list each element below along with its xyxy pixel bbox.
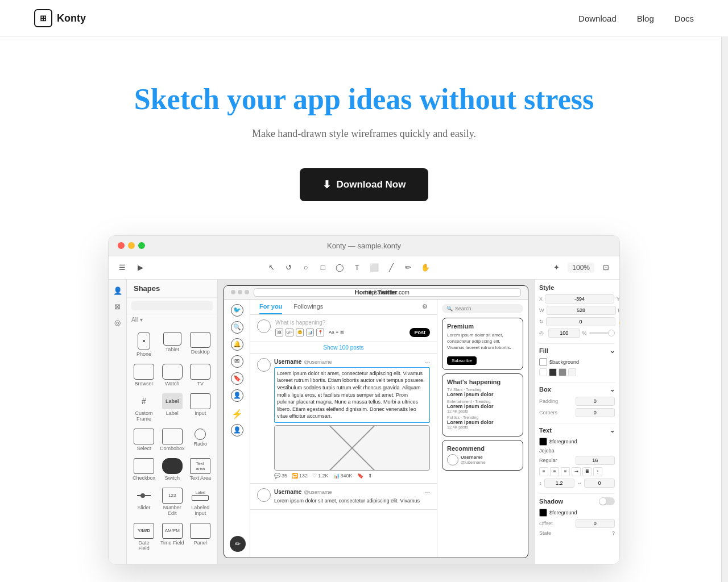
shape-panel[interactable]: Panel <box>188 521 213 554</box>
shape-textarea[interactable]: Textarea Text Area <box>188 456 213 483</box>
color-swatch-1[interactable] <box>539 368 547 376</box>
shape-desktop[interactable]: Desktop <box>188 330 213 359</box>
shape-date-field[interactable]: Y/M/D Date Field <box>131 521 156 554</box>
toolbar-play-icon[interactable]: ▶ <box>134 261 147 275</box>
shape-custom-frame[interactable]: # Custom Frame <box>131 391 156 424</box>
sidebar-plugins-icon[interactable]: ◎ <box>111 316 125 330</box>
composer-format-icon[interactable]: ≡ <box>336 330 339 335</box>
shape-label[interactable]: Label Label <box>159 391 186 424</box>
toolbar-cursor-icon[interactable]: ↖ <box>265 261 279 275</box>
align-center-icon[interactable]: ≡ <box>550 467 559 476</box>
download-now-button[interactable]: ⬇ Download Now <box>300 168 429 201</box>
toolbar-undo-icon[interactable]: ↺ <box>282 261 296 275</box>
toolbar-menu-icon[interactable]: ☰ <box>115 261 129 275</box>
sidebar-assets-icon[interactable]: ⊠ <box>111 300 125 314</box>
trending-topic-2[interactable]: Lorem ipsum dolor <box>447 404 518 409</box>
shape-combobox[interactable]: Combobox <box>159 426 186 454</box>
trending-topic-1[interactable]: Lorem ipsum dolor <box>447 392 518 397</box>
tweet1-more-icon[interactable]: ··· <box>424 358 430 366</box>
tweet1-bookmark-action[interactable]: 🔖 <box>357 473 363 479</box>
toolbar-rect-icon[interactable]: □ <box>316 261 330 275</box>
composer-align-icon[interactable]: ⊠ <box>340 330 344 335</box>
composer-emoji-icon[interactable]: 😊 <box>296 329 304 336</box>
panel-font-size-input[interactable] <box>576 456 615 465</box>
toolbar-hand-icon[interactable]: ✋ <box>419 261 432 275</box>
tweet1-retweet-action[interactable]: 🔁 132 <box>292 473 308 479</box>
toolbar-circle-icon[interactable]: ○ <box>299 261 313 275</box>
tweet1-comment-action[interactable]: 💬 35 <box>274 473 287 479</box>
toolbar-pen-icon[interactable]: ✏ <box>402 261 415 275</box>
text-color-swatch[interactable] <box>539 438 547 446</box>
toolbar-zoom[interactable]: 100% <box>568 263 594 273</box>
shape-radio[interactable]: Radio <box>188 426 213 454</box>
tweet1-views-action[interactable]: 📊 340K <box>333 473 353 479</box>
panel-box-expand-icon[interactable]: ⌄ <box>610 386 615 393</box>
panel-opacity-input[interactable] <box>548 329 580 338</box>
toolbar-line-icon[interactable]: ╱ <box>384 261 398 275</box>
shape-select[interactable]: Select <box>131 426 156 454</box>
panel-x-input[interactable] <box>545 294 614 304</box>
fill-color-swatch[interactable] <box>539 358 547 366</box>
align-left-icon[interactable]: ≡ <box>539 467 548 476</box>
twitter-tab-followings[interactable]: Followings <box>293 300 323 314</box>
shape-phone[interactable]: Phone <box>131 330 156 359</box>
toolbar-layout-icon[interactable]: ⊡ <box>599 261 613 275</box>
shape-slider[interactable]: Slider <box>131 485 156 518</box>
panel-rotation-input[interactable] <box>546 317 615 326</box>
tweet1-like-action[interactable]: ♡ 1.2K <box>312 473 329 479</box>
shape-input[interactable]: Input <box>188 391 213 424</box>
twitter-person-icon[interactable]: 👤 <box>231 389 243 402</box>
color-swatch-3[interactable] <box>559 368 566 376</box>
shape-tablet[interactable]: Tablet <box>159 330 186 359</box>
shape-tv[interactable]: TV <box>188 361 213 389</box>
panel-letter-spacing-input[interactable] <box>584 479 615 488</box>
subscribe-button[interactable]: Subscribe <box>447 356 477 365</box>
twitter-bolt-icon[interactable]: ⚡ <box>231 409 243 419</box>
panel-fill-expand-icon[interactable]: ⌄ <box>610 347 615 355</box>
indent-icon[interactable]: ⇥ <box>572 467 581 476</box>
list-icon[interactable]: ≣ <box>582 467 592 476</box>
shape-time-field[interactable]: AM/PM Time Field <box>159 521 186 554</box>
panel-corners-input[interactable] <box>576 408 615 417</box>
canvas-edit-tool[interactable]: ✏ <box>230 536 246 552</box>
twitter-profile-icon[interactable]: 👤 <box>231 424 243 436</box>
composer-placeholder[interactable]: What is happening? <box>275 319 430 326</box>
sidebar-search-input[interactable] <box>131 301 213 310</box>
twitter-bell-icon[interactable]: 🔔 <box>231 338 243 351</box>
panel-w-input[interactable] <box>547 306 616 315</box>
panel-line-height-input[interactable] <box>544 479 575 488</box>
panel-offset-input[interactable] <box>576 519 615 528</box>
twitter-search-icon[interactable]: 🔍 <box>231 321 243 334</box>
panel-opacity-slider[interactable] <box>589 332 615 334</box>
shadow-color-swatch[interactable] <box>539 509 547 517</box>
composer-image-icon[interactable]: 🖼 <box>275 329 283 336</box>
trending-topic-3[interactable]: Lorem ipsum dolor <box>447 419 518 425</box>
panel-text-expand-icon[interactable]: ⌄ <box>610 427 615 434</box>
page-scrollbar[interactable] <box>721 0 728 582</box>
align-right-icon[interactable]: ≡ <box>561 467 570 476</box>
twitter-tab-for-you[interactable]: For you <box>259 300 282 314</box>
twitter-mail-icon[interactable]: ✉ <box>231 355 243 368</box>
twitter-bird-icon[interactable]: 🐦 <box>231 304 243 317</box>
tweet2-more-icon[interactable]: ··· <box>424 488 430 496</box>
sidebar-all-filter[interactable]: All ▾ <box>127 314 217 325</box>
post-button[interactable]: Post <box>410 328 430 337</box>
nav-download-link[interactable]: Download <box>578 14 617 23</box>
composer-bold-icon[interactable]: Aa <box>329 330 334 335</box>
shape-switch[interactable]: Switch <box>159 456 186 483</box>
shadow-toggle[interactable] <box>599 497 615 505</box>
composer-gif-icon[interactable]: GIF <box>286 329 293 336</box>
panel-padding-input[interactable] <box>576 397 615 406</box>
shape-labeled-input[interactable]: Label Labeled Input <box>188 485 213 518</box>
nav-blog-link[interactable]: Blog <box>637 14 654 23</box>
composer-location-icon[interactable]: 📍 <box>316 329 324 336</box>
toolbar-ellipse-icon[interactable]: ◯ <box>333 261 347 275</box>
show-posts-link[interactable]: Show 100 posts <box>250 342 437 354</box>
toolbar-text-icon[interactable]: T <box>350 261 364 275</box>
composer-poll-icon[interactable]: 📊 <box>306 329 314 336</box>
twitter-settings-icon[interactable]: ⚙ <box>422 300 428 314</box>
tweet1-share-action[interactable]: ⬆ <box>368 473 373 479</box>
sidebar-layers-icon[interactable]: 👤 <box>111 284 125 298</box>
shape-number-edit[interactable]: 123 Number Edit <box>159 485 186 518</box>
twitter-search-input[interactable] <box>455 306 500 311</box>
